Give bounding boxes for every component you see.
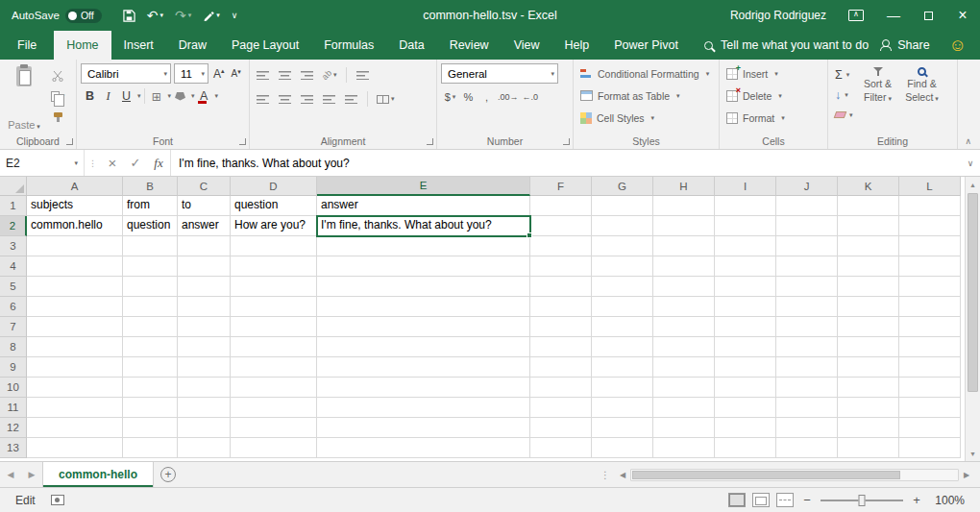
tab-data[interactable]: Data bbox=[386, 31, 436, 60]
cell-L11[interactable] bbox=[899, 398, 961, 418]
cell-C10[interactable] bbox=[178, 378, 231, 398]
cell-B6[interactable] bbox=[123, 297, 178, 317]
cell-C8[interactable] bbox=[178, 337, 231, 357]
column-header-J[interactable]: J bbox=[776, 177, 838, 196]
cell-H7[interactable] bbox=[653, 317, 715, 337]
orientation-button[interactable]: ab▾ bbox=[320, 65, 339, 85]
column-header-L[interactable]: L bbox=[899, 177, 961, 196]
increase-indent-button[interactable] bbox=[342, 89, 360, 109]
formula-input[interactable]: I'm fine, thanks. What about you? bbox=[170, 150, 961, 176]
insert-cells-button[interactable]: + Insert ▾ bbox=[723, 63, 823, 84]
clipboard-dialog-launcher-icon[interactable] bbox=[66, 138, 73, 145]
cell-F5[interactable] bbox=[530, 277, 592, 297]
cell-L7[interactable] bbox=[899, 317, 961, 337]
row-header-10[interactable]: 10 bbox=[0, 378, 27, 398]
cell-I1[interactable] bbox=[715, 196, 776, 216]
cell-E9[interactable] bbox=[317, 357, 530, 378]
customize-quick-access-button[interactable]: ∨ bbox=[226, 4, 244, 27]
cell-H8[interactable] bbox=[653, 337, 715, 357]
cell-I4[interactable] bbox=[715, 256, 776, 277]
cell-F9[interactable] bbox=[530, 357, 592, 378]
cell-B1[interactable]: from bbox=[123, 196, 178, 216]
accounting-format-button[interactable]: $▾ bbox=[441, 87, 459, 107]
hscroll-right-button[interactable]: ▶ bbox=[959, 471, 974, 479]
cell-H5[interactable] bbox=[653, 277, 715, 297]
cell-B7[interactable] bbox=[123, 317, 178, 337]
column-header-B[interactable]: B bbox=[123, 177, 178, 196]
copy-button[interactable]: ▾ bbox=[46, 87, 69, 105]
cell-C3[interactable] bbox=[178, 236, 231, 256]
find-select-button[interactable]: Find & Select▾ bbox=[900, 62, 944, 133]
cell-C11[interactable] bbox=[178, 398, 231, 418]
cell-K10[interactable] bbox=[838, 378, 899, 398]
cell-A12[interactable] bbox=[27, 418, 123, 438]
cell-A9[interactable] bbox=[27, 357, 123, 378]
cell-E6[interactable] bbox=[317, 297, 530, 317]
cell-F12[interactable] bbox=[530, 418, 592, 438]
cell-E11[interactable] bbox=[317, 398, 530, 418]
cell-A1[interactable]: subjects bbox=[27, 196, 123, 216]
row-header-6[interactable]: 6 bbox=[0, 297, 27, 317]
cell-H3[interactable] bbox=[653, 236, 715, 256]
cell-E2[interactable]: I'm fine, thanks. What about you? bbox=[317, 216, 530, 236]
cell-B10[interactable] bbox=[123, 378, 178, 398]
cell-D1[interactable]: question bbox=[231, 196, 317, 216]
macro-record-icon[interactable] bbox=[51, 495, 64, 505]
merge-center-button[interactable]: ▾ bbox=[375, 89, 397, 109]
cell-K11[interactable] bbox=[838, 398, 899, 418]
cell-I8[interactable] bbox=[715, 337, 776, 357]
tab-formulas[interactable]: Formulas bbox=[311, 31, 386, 60]
alignment-dialog-launcher-icon[interactable] bbox=[427, 138, 433, 145]
cell-H4[interactable] bbox=[653, 256, 715, 277]
cell-J6[interactable] bbox=[776, 297, 838, 317]
cell-E7[interactable] bbox=[317, 317, 530, 337]
cell-C7[interactable] bbox=[178, 317, 231, 337]
number-dialog-launcher-icon[interactable] bbox=[563, 138, 570, 145]
enter-entry-button[interactable]: ✓ bbox=[124, 150, 147, 176]
cell-E1[interactable]: answer bbox=[317, 196, 530, 216]
font-color-dropdown-icon[interactable]: ▾ bbox=[215, 92, 219, 100]
cell-A10[interactable] bbox=[27, 378, 123, 398]
page-break-view-button[interactable] bbox=[776, 493, 794, 507]
font-dialog-launcher-icon[interactable] bbox=[239, 138, 246, 145]
cell-D13[interactable] bbox=[231, 438, 317, 458]
tab-split-handle[interactable]: ⋮ bbox=[596, 462, 615, 487]
underline-button[interactable]: U bbox=[117, 86, 135, 106]
cell-H2[interactable] bbox=[653, 216, 715, 236]
column-header-G[interactable]: G bbox=[592, 177, 653, 196]
column-header-F[interactable]: F bbox=[530, 177, 592, 196]
cell-I7[interactable] bbox=[715, 317, 776, 337]
user-name[interactable]: Rodrigo Rodriguez bbox=[730, 9, 826, 22]
cell-J8[interactable] bbox=[776, 337, 838, 357]
cell-L10[interactable] bbox=[899, 378, 961, 398]
cell-K3[interactable] bbox=[838, 236, 899, 256]
bold-button[interactable]: B bbox=[81, 86, 99, 106]
cell-E8[interactable] bbox=[317, 337, 530, 357]
italic-button[interactable]: I bbox=[99, 86, 117, 106]
cell-F11[interactable] bbox=[530, 398, 592, 418]
cell-D8[interactable] bbox=[231, 337, 317, 357]
cell-J13[interactable] bbox=[776, 438, 838, 458]
decrease-indent-button[interactable] bbox=[320, 89, 338, 109]
fill-handle[interactable] bbox=[527, 232, 532, 238]
align-right-button[interactable] bbox=[298, 89, 316, 109]
paste-button[interactable]: Paste▾ bbox=[4, 62, 44, 133]
cell-D3[interactable] bbox=[231, 236, 317, 256]
cell-F6[interactable] bbox=[530, 297, 592, 317]
cell-G1[interactable] bbox=[592, 196, 653, 216]
row-header-1[interactable]: 1 bbox=[0, 196, 27, 216]
cell-G2[interactable] bbox=[592, 216, 653, 236]
zoom-slider-thumb[interactable] bbox=[859, 495, 866, 506]
cell-G10[interactable] bbox=[592, 378, 653, 398]
horizontal-scrollbar-thumb[interactable] bbox=[632, 471, 900, 479]
cell-H10[interactable] bbox=[653, 378, 715, 398]
cell-E4[interactable] bbox=[317, 256, 530, 277]
cell-F2[interactable] bbox=[530, 216, 592, 236]
scroll-up-icon[interactable]: ▲ bbox=[966, 177, 980, 192]
cell-I10[interactable] bbox=[715, 378, 776, 398]
cell-F7[interactable] bbox=[530, 317, 592, 337]
cell-L13[interactable] bbox=[899, 438, 961, 458]
cell-L4[interactable] bbox=[899, 256, 961, 277]
tell-me-box[interactable]: Tell me what you want to do bbox=[704, 31, 869, 60]
cell-A7[interactable] bbox=[27, 317, 123, 337]
